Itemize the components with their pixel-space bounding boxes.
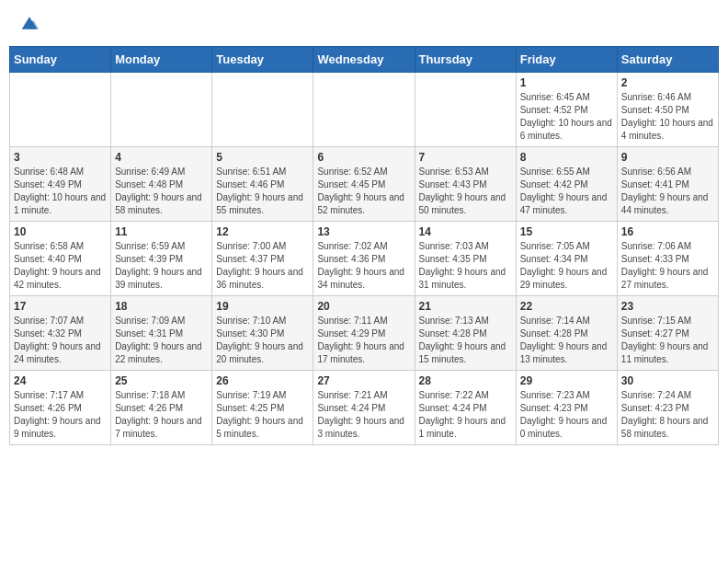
day-number: 3	[14, 151, 107, 164]
day-info: Sunrise: 7:11 AM Sunset: 4:29 PM Dayligh…	[317, 315, 410, 366]
day-number: 2	[621, 76, 714, 89]
day-info: Sunrise: 6:48 AM Sunset: 4:49 PM Dayligh…	[14, 166, 107, 217]
day-number: 16	[621, 225, 714, 238]
day-number: 29	[520, 374, 613, 387]
calendar-cell: 14Sunrise: 7:03 AM Sunset: 4:35 PM Dayli…	[415, 222, 516, 296]
day-number: 17	[14, 300, 107, 313]
calendar-week-row: 17Sunrise: 7:07 AM Sunset: 4:32 PM Dayli…	[10, 296, 719, 371]
day-number: 12	[216, 225, 309, 238]
day-number: 22	[520, 300, 613, 313]
day-info: Sunrise: 7:07 AM Sunset: 4:32 PM Dayligh…	[14, 315, 107, 366]
day-number: 15	[520, 225, 613, 238]
day-info: Sunrise: 7:10 AM Sunset: 4:30 PM Dayligh…	[216, 315, 309, 366]
calendar-cell: 8Sunrise: 6:55 AM Sunset: 4:42 PM Daylig…	[516, 147, 617, 222]
day-info: Sunrise: 6:58 AM Sunset: 4:40 PM Dayligh…	[14, 240, 107, 292]
day-header-saturday: Saturday	[617, 47, 718, 73]
day-info: Sunrise: 6:52 AM Sunset: 4:45 PM Dayligh…	[317, 166, 410, 217]
day-info: Sunrise: 7:00 AM Sunset: 4:37 PM Dayligh…	[216, 240, 309, 292]
calendar-header-row: SundayMondayTuesdayWednesdayThursdayFrid…	[10, 47, 719, 73]
day-number: 28	[419, 374, 512, 387]
calendar-cell: 16Sunrise: 7:06 AM Sunset: 4:33 PM Dayli…	[617, 222, 718, 296]
calendar-week-row: 1Sunrise: 6:45 AM Sunset: 4:52 PM Daylig…	[10, 73, 719, 147]
calendar-cell: 25Sunrise: 7:18 AM Sunset: 4:26 PM Dayli…	[111, 371, 212, 445]
day-number: 10	[14, 225, 107, 238]
day-number: 24	[14, 374, 107, 387]
day-info: Sunrise: 6:55 AM Sunset: 4:42 PM Dayligh…	[520, 166, 613, 217]
calendar-cell: 10Sunrise: 6:58 AM Sunset: 4:40 PM Dayli…	[10, 222, 111, 296]
calendar-cell: 19Sunrise: 7:10 AM Sunset: 4:30 PM Dayli…	[212, 296, 313, 371]
calendar-cell: 18Sunrise: 7:09 AM Sunset: 4:31 PM Dayli…	[111, 296, 212, 371]
day-number: 27	[317, 374, 410, 387]
calendar-cell: 3Sunrise: 6:48 AM Sunset: 4:49 PM Daylig…	[10, 147, 111, 222]
calendar-cell	[415, 73, 516, 147]
day-number: 19	[216, 300, 309, 313]
day-header-sunday: Sunday	[10, 47, 111, 73]
day-info: Sunrise: 6:53 AM Sunset: 4:43 PM Dayligh…	[419, 166, 512, 217]
calendar-cell: 6Sunrise: 6:52 AM Sunset: 4:45 PM Daylig…	[313, 147, 415, 222]
calendar-cell: 2Sunrise: 6:46 AM Sunset: 4:50 PM Daylig…	[617, 73, 718, 147]
day-header-tuesday: Tuesday	[212, 47, 313, 73]
calendar-cell: 7Sunrise: 6:53 AM Sunset: 4:43 PM Daylig…	[415, 147, 516, 222]
calendar-cell: 4Sunrise: 6:49 AM Sunset: 4:48 PM Daylig…	[111, 147, 212, 222]
header	[9, 9, 719, 37]
day-number: 23	[621, 300, 714, 313]
day-number: 13	[317, 225, 410, 238]
calendar-cell: 29Sunrise: 7:23 AM Sunset: 4:23 PM Dayli…	[516, 371, 617, 445]
calendar-cell: 22Sunrise: 7:14 AM Sunset: 4:28 PM Dayli…	[516, 296, 617, 371]
logo	[18, 14, 39, 32]
day-header-thursday: Thursday	[415, 47, 516, 73]
day-number: 6	[317, 151, 410, 164]
calendar-cell: 23Sunrise: 7:15 AM Sunset: 4:27 PM Dayli…	[617, 296, 718, 371]
day-number: 7	[419, 151, 512, 164]
calendar-cell: 11Sunrise: 6:59 AM Sunset: 4:39 PM Dayli…	[111, 222, 212, 296]
day-header-monday: Monday	[111, 47, 212, 73]
day-number: 5	[216, 151, 309, 164]
calendar-cell: 15Sunrise: 7:05 AM Sunset: 4:34 PM Dayli…	[516, 222, 617, 296]
calendar-cell: 27Sunrise: 7:21 AM Sunset: 4:24 PM Dayli…	[313, 371, 415, 445]
calendar-cell: 13Sunrise: 7:02 AM Sunset: 4:36 PM Dayli…	[313, 222, 415, 296]
day-info: Sunrise: 6:51 AM Sunset: 4:46 PM Dayligh…	[216, 166, 309, 217]
day-info: Sunrise: 6:45 AM Sunset: 4:52 PM Dayligh…	[520, 91, 613, 143]
calendar-cell: 24Sunrise: 7:17 AM Sunset: 4:26 PM Dayli…	[10, 371, 111, 445]
day-info: Sunrise: 7:21 AM Sunset: 4:24 PM Dayligh…	[317, 389, 410, 441]
day-info: Sunrise: 7:14 AM Sunset: 4:28 PM Dayligh…	[520, 315, 613, 366]
day-info: Sunrise: 7:17 AM Sunset: 4:26 PM Dayligh…	[14, 389, 107, 441]
day-info: Sunrise: 7:18 AM Sunset: 4:26 PM Dayligh…	[115, 389, 208, 441]
day-number: 30	[621, 374, 714, 387]
day-info: Sunrise: 6:49 AM Sunset: 4:48 PM Dayligh…	[115, 166, 208, 217]
day-info: Sunrise: 7:15 AM Sunset: 4:27 PM Dayligh…	[621, 315, 714, 366]
calendar-week-row: 3Sunrise: 6:48 AM Sunset: 4:49 PM Daylig…	[10, 147, 719, 222]
day-number: 26	[216, 374, 309, 387]
calendar-cell: 30Sunrise: 7:24 AM Sunset: 4:23 PM Dayli…	[617, 371, 718, 445]
day-header-wednesday: Wednesday	[313, 47, 415, 73]
calendar: SundayMondayTuesdayWednesdayThursdayFrid…	[9, 46, 719, 445]
calendar-cell	[313, 73, 415, 147]
day-info: Sunrise: 7:05 AM Sunset: 4:34 PM Dayligh…	[520, 240, 613, 292]
day-info: Sunrise: 7:22 AM Sunset: 4:24 PM Dayligh…	[419, 389, 512, 441]
calendar-week-row: 10Sunrise: 6:58 AM Sunset: 4:40 PM Dayli…	[10, 222, 719, 296]
day-info: Sunrise: 7:02 AM Sunset: 4:36 PM Dayligh…	[317, 240, 410, 292]
day-info: Sunrise: 6:59 AM Sunset: 4:39 PM Dayligh…	[115, 240, 208, 292]
day-info: Sunrise: 6:46 AM Sunset: 4:50 PM Dayligh…	[621, 91, 714, 143]
day-info: Sunrise: 7:06 AM Sunset: 4:33 PM Dayligh…	[621, 240, 714, 292]
day-number: 1	[520, 76, 613, 89]
calendar-cell: 28Sunrise: 7:22 AM Sunset: 4:24 PM Dayli…	[415, 371, 516, 445]
logo-icon	[20, 14, 39, 32]
day-number: 21	[419, 300, 512, 313]
day-number: 8	[520, 151, 613, 164]
day-header-friday: Friday	[516, 47, 617, 73]
day-number: 18	[115, 300, 208, 313]
day-number: 25	[115, 374, 208, 387]
day-info: Sunrise: 7:09 AM Sunset: 4:31 PM Dayligh…	[115, 315, 208, 366]
calendar-cell: 5Sunrise: 6:51 AM Sunset: 4:46 PM Daylig…	[212, 147, 313, 222]
day-info: Sunrise: 6:56 AM Sunset: 4:41 PM Dayligh…	[621, 166, 714, 217]
day-number: 9	[621, 151, 714, 164]
calendar-cell	[111, 73, 212, 147]
calendar-week-row: 24Sunrise: 7:17 AM Sunset: 4:26 PM Dayli…	[10, 371, 719, 445]
calendar-cell: 26Sunrise: 7:19 AM Sunset: 4:25 PM Dayli…	[212, 371, 313, 445]
day-info: Sunrise: 7:23 AM Sunset: 4:23 PM Dayligh…	[520, 389, 613, 441]
day-number: 4	[115, 151, 208, 164]
day-number: 14	[419, 225, 512, 238]
calendar-cell	[212, 73, 313, 147]
day-info: Sunrise: 7:03 AM Sunset: 4:35 PM Dayligh…	[419, 240, 512, 292]
